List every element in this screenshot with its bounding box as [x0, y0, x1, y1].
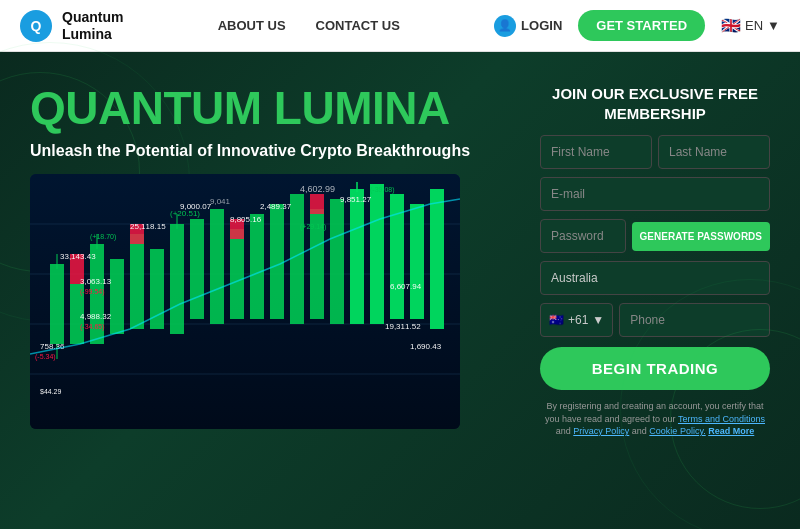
navbar: Q Quantum Lumina ABOUT US CONTACT US 👤 L… [0, 0, 800, 52]
svg-text:9,851.27: 9,851.27 [340, 195, 372, 204]
svg-rect-21 [370, 184, 384, 324]
svg-text:9,041: 9,041 [210, 197, 231, 206]
logo-icon: Q [20, 10, 52, 42]
svg-text:1,690.43: 1,690.43 [410, 342, 442, 351]
svg-text:(-99.54): (-99.54) [80, 288, 105, 296]
login-link[interactable]: 👤 LOGIN [494, 15, 562, 37]
svg-text:(-5.34): (-5.34) [35, 353, 56, 361]
chevron-down-icon: ▼ [592, 313, 604, 327]
svg-rect-12 [190, 219, 204, 319]
flag-icon: 🇬🇧 [721, 16, 741, 35]
chevron-down-icon: ▼ [767, 18, 780, 33]
svg-rect-13 [210, 209, 224, 324]
svg-text:3,063.13: 3,063.13 [80, 277, 112, 286]
phone-flag: 🇦🇺 [549, 313, 564, 327]
nav-links: ABOUT US CONTACT US [218, 18, 400, 33]
svg-rect-28 [310, 194, 324, 214]
phone-code-selector[interactable]: 🇦🇺 +61 ▼ [540, 303, 613, 337]
svg-text:(-34.65): (-34.65) [80, 323, 105, 331]
language-selector[interactable]: 🇬🇧 EN ▼ [721, 16, 780, 35]
navbar-right: 👤 LOGIN GET STARTED 🇬🇧 EN ▼ [494, 10, 780, 41]
svg-text:8,805.16: 8,805.16 [230, 215, 262, 224]
svg-text:(+29.14): (+29.14) [300, 223, 326, 231]
get-started-button[interactable]: GET STARTED [578, 10, 705, 41]
svg-rect-20 [350, 189, 364, 324]
svg-rect-24 [430, 189, 444, 329]
name-row [540, 135, 770, 169]
nav-about-us[interactable]: ABOUT US [218, 18, 286, 33]
svg-text:$44.29: $44.29 [40, 388, 62, 395]
password-input[interactable] [540, 219, 626, 253]
svg-text:4,988.32: 4,988.32 [80, 312, 112, 321]
user-icon: 👤 [494, 15, 516, 37]
svg-rect-8 [110, 259, 124, 334]
svg-rect-23 [410, 204, 424, 319]
svg-rect-15 [250, 214, 264, 319]
phone-code-text: +61 [568, 313, 588, 327]
svg-text:(+18.70): (+18.70) [90, 233, 116, 241]
svg-rect-14 [230, 229, 244, 319]
logo-text: Quantum Lumina [62, 9, 123, 43]
svg-rect-9 [130, 234, 144, 329]
svg-text:6,607.94: 6,607.94 [390, 282, 422, 291]
svg-rect-5 [50, 264, 64, 344]
svg-text:4,602.99: 4,602.99 [300, 184, 335, 194]
email-input[interactable] [540, 177, 770, 211]
svg-rect-19 [330, 199, 344, 324]
first-name-input[interactable] [540, 135, 652, 169]
chart-image: 4,602.99 9,041 (+20.51) 8,805.16 9,000.0… [30, 174, 460, 429]
last-name-input[interactable] [658, 135, 770, 169]
form-title: JOIN OUR EXCLUSIVE FREE MEMBERSHIP [540, 84, 770, 123]
main-content: QUANTUM LUMINA Unleash the Potential of … [0, 52, 800, 529]
email-row [540, 177, 770, 211]
login-label: LOGIN [521, 18, 562, 33]
svg-text:33,143.43: 33,143.43 [60, 252, 96, 261]
svg-text:(-39.08): (-39.08) [370, 186, 395, 194]
svg-rect-11 [170, 224, 184, 334]
svg-text:19,311.52: 19,311.52 [385, 322, 421, 331]
svg-rect-16 [270, 204, 284, 319]
nav-contact-us[interactable]: CONTACT US [316, 18, 400, 33]
svg-text:25,118.15: 25,118.15 [130, 222, 166, 231]
password-row: GENERATE PASSWORDS [540, 219, 770, 253]
generate-passwords-button[interactable]: GENERATE PASSWORDS [632, 222, 770, 251]
logo-area: Q Quantum Lumina [20, 9, 123, 43]
lang-code: EN [745, 18, 763, 33]
svg-text:9,000.07: 9,000.07 [180, 202, 212, 211]
svg-rect-10 [150, 249, 164, 329]
svg-text:2,489.37: 2,489.37 [260, 202, 292, 211]
svg-rect-17 [290, 194, 304, 324]
